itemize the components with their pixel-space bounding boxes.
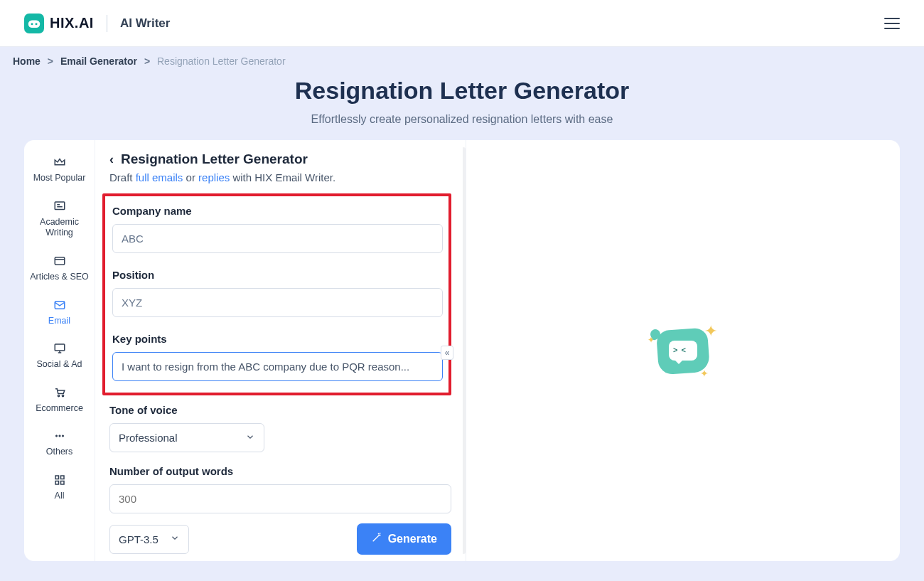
sidebar-item-label: All [55, 491, 65, 502]
full-emails-link[interactable]: full emails [136, 171, 183, 183]
keypoints-input[interactable] [112, 352, 443, 381]
svg-point-13 [62, 395, 63, 396]
product-name[interactable]: AI Writer [120, 16, 171, 31]
company-input[interactable] [112, 224, 443, 253]
sidebar-item-articles[interactable]: Articles & SEO [24, 246, 95, 290]
words-label: Number of output words [109, 465, 451, 477]
brand-name: HIX.AI [50, 15, 94, 31]
sidebar-item-label: Academic Writing [27, 217, 92, 239]
logo-group: HIX.AI AI Writer [24, 14, 170, 33]
form-panel: ‹ Resignation Letter Generator Draft ful… [95, 140, 466, 561]
category-sidebar: Most Popular Academic Writing Articles &… [24, 140, 95, 561]
page-title: Resignation Letter Generator [0, 77, 924, 105]
sidebar-item-email[interactable]: Email [24, 290, 95, 334]
company-label: Company name [112, 205, 443, 217]
monitor-icon [53, 342, 67, 355]
svg-point-2 [36, 23, 38, 25]
sidebar-item-label: Most Popular [33, 173, 86, 184]
logo-mark-icon [24, 14, 44, 33]
breadcrumb-sep: > [48, 55, 53, 67]
svg-point-1 [31, 23, 33, 25]
position-input[interactable] [112, 288, 443, 317]
svg-rect-20 [60, 481, 64, 485]
output-area: ✦ ✦ ✦ > < [466, 140, 900, 561]
svg-rect-6 [55, 257, 65, 265]
chevron-down-icon [245, 432, 255, 444]
sidebar-item-social[interactable]: Social & Ad [24, 334, 95, 378]
sidebar-item-most-popular[interactable]: Most Popular [24, 147, 95, 191]
cart-icon [53, 386, 67, 399]
sidebar-item-label: Ecommerce [36, 403, 83, 415]
crown-icon [53, 156, 67, 169]
svg-rect-18 [60, 476, 64, 479]
tone-label: Tone of voice [109, 404, 451, 416]
menu-icon[interactable] [884, 18, 900, 29]
sidebar-item-all[interactable]: All [24, 465, 95, 509]
wand-icon [371, 532, 382, 546]
svg-point-15 [58, 435, 60, 437]
sidebar-item-label: Social & Ad [37, 359, 82, 371]
dots-icon [53, 430, 67, 442]
highlighted-inputs: Company name Position Key points [102, 193, 451, 395]
position-label: Position [112, 269, 443, 281]
svg-point-12 [58, 395, 59, 396]
model-value: GPT-3.5 [119, 533, 159, 545]
chevron-down-icon [170, 533, 180, 545]
breadcrumb-sep: > [144, 55, 150, 67]
svg-rect-19 [55, 481, 59, 485]
svg-rect-9 [55, 344, 65, 351]
panel-header: ‹ Resignation Letter Generator [109, 151, 451, 167]
panel-description: Draft full emails or replies with HIX Em… [109, 171, 451, 183]
breadcrumb-email-generator[interactable]: Email Generator [60, 55, 137, 67]
document-icon [53, 200, 67, 213]
sidebar-item-label: Email [48, 316, 70, 327]
sidebar-item-academic[interactable]: Academic Writing [24, 191, 95, 246]
breadcrumb-home[interactable]: Home [13, 55, 41, 67]
sidebar-item-ecommerce[interactable]: Ecommerce [24, 378, 95, 422]
words-input[interactable] [109, 484, 451, 513]
keypoints-label: Key points [112, 333, 443, 345]
tone-value: Professional [119, 432, 178, 444]
back-icon[interactable]: ‹ [109, 152, 114, 167]
scrollbar[interactable] [461, 147, 466, 554]
tone-select[interactable]: Professional [109, 423, 264, 452]
mail-icon [53, 299, 67, 311]
generate-button[interactable]: Generate [357, 523, 451, 555]
main-card: Most Popular Academic Writing Articles &… [24, 140, 900, 561]
breadcrumb-current: Resignation Letter Generator [157, 55, 286, 67]
bottom-row: GPT-3.5 Generate [109, 523, 451, 555]
app-header: HIX.AI AI Writer [0, 0, 924, 47]
mascot-illustration: ✦ ✦ ✦ > < [648, 322, 719, 379]
svg-point-16 [62, 435, 63, 437]
page-subtitle: Effortlessly create personalized resigna… [0, 113, 924, 126]
brand-logo[interactable]: HIX.AI [24, 14, 94, 33]
sidebar-item-label: Articles & SEO [30, 272, 89, 283]
sidebar-item-label: Others [46, 447, 73, 458]
page-title-area: Resignation Letter Generator Effortlessl… [0, 77, 924, 126]
svg-rect-17 [55, 476, 59, 479]
browser-icon [53, 255, 67, 267]
sidebar-item-others[interactable]: Others [24, 421, 95, 465]
replies-link[interactable]: replies [198, 171, 230, 183]
model-select[interactable]: GPT-3.5 [109, 525, 189, 554]
logo-divider [107, 15, 107, 32]
generate-label: Generate [388, 533, 437, 545]
panel-title: Resignation Letter Generator [121, 151, 308, 167]
breadcrumb: Home > Email Generator > Resignation Let… [0, 47, 924, 74]
grid-icon [53, 474, 67, 486]
svg-rect-0 [28, 20, 41, 28]
svg-point-14 [55, 435, 57, 437]
collapse-panel-button[interactable]: « [441, 346, 453, 360]
svg-rect-3 [55, 202, 65, 210]
